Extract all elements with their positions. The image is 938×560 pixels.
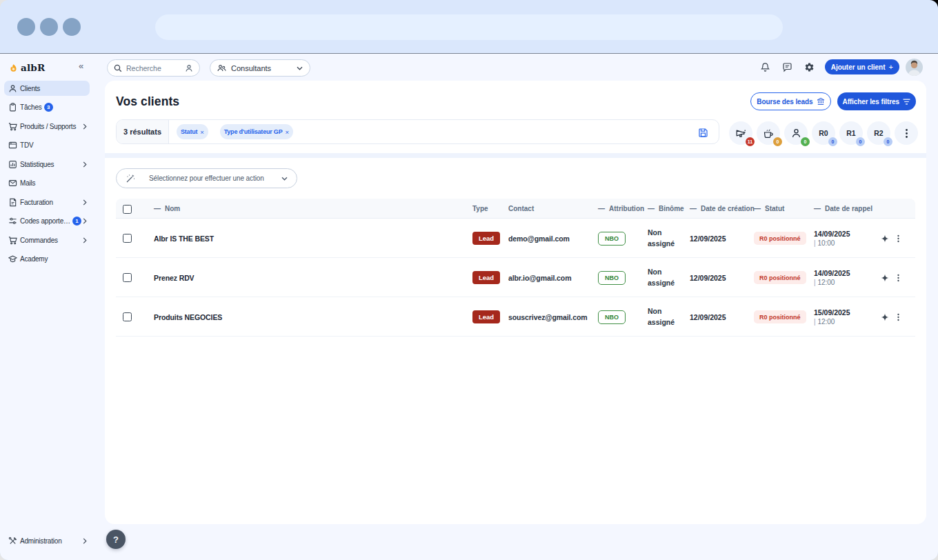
consultants-select[interactable]: Consultants bbox=[210, 59, 310, 77]
sidebar-item-label: Tâches bbox=[20, 103, 42, 111]
attribution-badge: NBO bbox=[598, 310, 626, 324]
filter-chip[interactable]: Statut× bbox=[177, 124, 208, 139]
table-row[interactable]: Produits NEGOCIESLeadsouscrivez@gmail.co… bbox=[116, 297, 915, 337]
date-creation: 12/09/2025 bbox=[690, 258, 726, 297]
select-all-checkbox[interactable] bbox=[123, 205, 132, 214]
sort-indicator: — bbox=[754, 205, 761, 212]
browser-window: albR « Recherche Consultants Ajouter un … bbox=[0, 0, 938, 560]
messages-button[interactable] bbox=[777, 56, 799, 78]
bourse-des-leads-button[interactable]: Bourse des leads bbox=[750, 92, 830, 110]
count-badge: 11 bbox=[746, 137, 755, 146]
sidebar-item-label: Commandes bbox=[20, 237, 58, 244]
column-header-nom[interactable]: —Nom bbox=[154, 199, 180, 219]
count-badge: 0 bbox=[828, 137, 837, 146]
user-icon bbox=[8, 84, 17, 93]
settings-button[interactable] bbox=[799, 56, 821, 78]
sort-indicator: — bbox=[598, 205, 605, 212]
kebab-icon[interactable] bbox=[897, 274, 899, 282]
sort-indicator: — bbox=[690, 205, 697, 212]
sidebar-item-label: Codes apporte… bbox=[20, 217, 70, 225]
filter-chip[interactable]: Type d'utilisateur GP× bbox=[220, 124, 293, 139]
add-client-button[interactable]: Ajouter un client + bbox=[825, 59, 899, 74]
window-control-dot[interactable] bbox=[17, 18, 35, 36]
window-control-dot[interactable] bbox=[63, 18, 81, 36]
chevron-right-icon bbox=[83, 237, 87, 243]
row-checkbox[interactable] bbox=[123, 234, 132, 243]
chevron-down-icon bbox=[297, 66, 303, 70]
r2-filter-button[interactable]: R20 bbox=[867, 121, 890, 145]
megaphone-filter-button[interactable]: 11 bbox=[729, 121, 752, 145]
statut-badge: R0 positionné bbox=[754, 271, 806, 284]
notifications-button[interactable] bbox=[755, 56, 777, 78]
circle-label: R1 bbox=[846, 129, 855, 137]
filter-chip-label: Type d'utilisateur GP bbox=[224, 128, 283, 135]
date-creation: 12/09/2025 bbox=[690, 219, 726, 258]
table-row[interactable]: Prenez RDVLeadalbr.io@gmail.comNBONon as… bbox=[116, 258, 915, 297]
academy-icon bbox=[8, 254, 17, 263]
sidebar-collapse-button[interactable]: « bbox=[79, 61, 83, 71]
chevron-right-icon bbox=[83, 538, 87, 544]
sparkle-icon[interactable] bbox=[881, 313, 889, 321]
more-options-button[interactable] bbox=[895, 121, 918, 145]
search-input[interactable]: Recherche bbox=[107, 59, 200, 77]
app-logo[interactable]: albR bbox=[9, 62, 45, 73]
attribution-badge: NBO bbox=[598, 232, 626, 246]
filter-icon bbox=[903, 99, 910, 105]
sidebar-item-clients[interactable]: Clients bbox=[4, 81, 90, 96]
coffee-filter-button[interactable]: 0 bbox=[757, 121, 780, 145]
browser-url-bar[interactable] bbox=[155, 14, 783, 40]
filter-chip-label: Statut bbox=[181, 128, 197, 135]
count-badge: 0 bbox=[856, 137, 865, 146]
bulk-action-select[interactable]: Sélectionnez pour effectuer une action bbox=[116, 168, 297, 188]
column-header-attribution[interactable]: —Attribution bbox=[598, 199, 644, 219]
bulk-action-placeholder: Sélectionnez pour effectuer une action bbox=[149, 174, 268, 182]
type-badge: Lead bbox=[472, 232, 500, 245]
sidebar-item-produits-supports[interactable]: Produits / Supports bbox=[4, 119, 90, 134]
row-checkbox[interactable] bbox=[123, 273, 132, 282]
column-header-bin-me[interactable]: —Binôme bbox=[648, 199, 684, 219]
client-name: Albr IS THE BEST bbox=[154, 219, 214, 258]
sidebar-item-facturation[interactable]: Facturation bbox=[4, 194, 90, 210]
sparkle-icon[interactable] bbox=[881, 274, 889, 282]
person-filter-button[interactable]: 0 bbox=[784, 121, 808, 145]
help-button[interactable]: ? bbox=[106, 530, 126, 549]
column-label: Contact bbox=[508, 205, 534, 212]
browser-chrome bbox=[0, 0, 938, 54]
r0-filter-button[interactable]: R00 bbox=[812, 121, 835, 145]
bell-icon bbox=[760, 62, 770, 72]
cart-icon bbox=[8, 236, 17, 245]
sidebar-item-codes-apporte[interactable]: Codes apporte…1 bbox=[4, 214, 90, 229]
sidebar-item-commandes[interactable]: Commandes bbox=[4, 232, 90, 248]
date-creation: 12/09/2025 bbox=[690, 297, 726, 337]
avatar[interactable] bbox=[906, 59, 923, 76]
remove-filter-icon[interactable]: × bbox=[285, 128, 288, 136]
sidebar-item-mails[interactable]: Mails bbox=[4, 176, 90, 191]
sidebar-item-statistiques[interactable]: Statistiques bbox=[4, 157, 90, 172]
sparkle-icon[interactable] bbox=[881, 234, 889, 243]
sidebar-item-taches[interactable]: Tâches3 bbox=[4, 100, 90, 115]
kebab-icon[interactable] bbox=[897, 234, 899, 243]
window-control-dot[interactable] bbox=[40, 18, 58, 36]
save-filter-button[interactable] bbox=[698, 126, 710, 139]
client-contact: souscrivez@gmail.com bbox=[508, 297, 587, 337]
table-row[interactable]: Albr IS THE BESTLeaddemo@gmail.comNBONon… bbox=[116, 219, 915, 258]
heure-rappel: | 12:00 bbox=[814, 278, 850, 288]
date-rappel: 14/09/2025 bbox=[814, 268, 850, 278]
column-header-date-de-création[interactable]: —Date de création bbox=[690, 199, 755, 219]
sidebar-item-administration[interactable]: Administration bbox=[4, 533, 90, 548]
date-rappel: 14/09/2025 bbox=[814, 229, 850, 239]
coffee-icon bbox=[763, 128, 774, 139]
sidebar-item-label: Facturation bbox=[20, 199, 53, 206]
r1-filter-button[interactable]: R10 bbox=[839, 121, 863, 145]
client-name: Produits NEGOCIES bbox=[154, 297, 222, 337]
sidebar-item-tdv[interactable]: TDV bbox=[4, 138, 90, 153]
column-header-date-de-rappel[interactable]: —Date de rappel bbox=[814, 199, 872, 219]
afficher-les-filtres-button[interactable]: Afficher les filtres bbox=[837, 92, 916, 110]
column-header-type: Type bbox=[472, 199, 488, 219]
row-checkbox[interactable] bbox=[123, 312, 132, 321]
remove-filter-icon[interactable]: × bbox=[200, 128, 203, 136]
column-header-statut[interactable]: —Statut bbox=[754, 199, 784, 219]
sidebar-item-academy[interactable]: Academy bbox=[4, 252, 90, 267]
kebab-icon[interactable] bbox=[897, 313, 899, 321]
sidebar-item-label: TDV bbox=[20, 141, 33, 149]
